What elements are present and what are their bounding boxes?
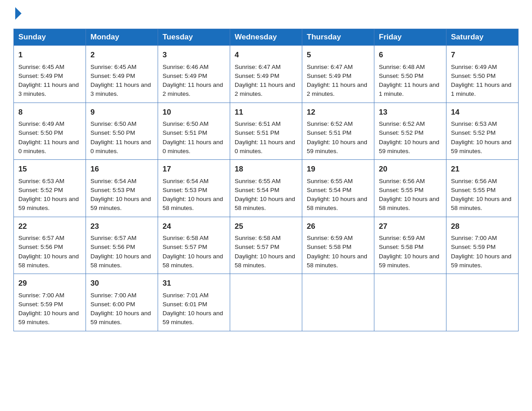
calendar-cell: 31Sunrise: 7:01 AMSunset: 6:01 PMDayligh… bbox=[158, 274, 230, 331]
sunset-text: Sunset: 5:52 PM bbox=[18, 187, 63, 193]
day-number: 21 bbox=[451, 163, 514, 175]
sunrise-text: Sunrise: 6:59 AM bbox=[307, 235, 353, 241]
sunset-text: Sunset: 5:51 PM bbox=[235, 129, 279, 136]
sunset-text: Sunset: 5:50 PM bbox=[18, 129, 63, 136]
daylight-text: Daylight: 11 hours and 0 minutes. bbox=[18, 139, 79, 154]
day-number: 30 bbox=[90, 278, 153, 289]
daylight-text: Daylight: 11 hours and 3 minutes. bbox=[18, 81, 79, 97]
sunrise-text: Sunrise: 6:59 AM bbox=[379, 235, 425, 241]
calendar-cell: 2Sunrise: 6:45 AMSunset: 5:49 PMDaylight… bbox=[86, 46, 158, 103]
calendar-cell: 1Sunrise: 6:45 AMSunset: 5:49 PMDaylight… bbox=[14, 46, 86, 103]
sunset-text: Sunset: 5:50 PM bbox=[451, 73, 496, 79]
sunrise-text: Sunrise: 6:56 AM bbox=[451, 178, 497, 184]
calendar-week-1: 1Sunrise: 6:45 AMSunset: 5:49 PMDaylight… bbox=[14, 46, 519, 103]
sunset-text: Sunset: 5:56 PM bbox=[18, 244, 63, 250]
daylight-text: Daylight: 11 hours and 2 minutes. bbox=[307, 81, 367, 97]
sunset-text: Sunset: 5:55 PM bbox=[451, 187, 496, 193]
calendar-cell: 3Sunrise: 6:46 AMSunset: 5:49 PMDaylight… bbox=[158, 46, 230, 103]
sunset-text: Sunset: 5:49 PM bbox=[18, 73, 63, 79]
day-number: 25 bbox=[235, 221, 297, 232]
calendar-header-row: SundayMondayTuesdayWednesdayThursdayFrid… bbox=[14, 29, 519, 46]
sunrise-text: Sunrise: 6:47 AM bbox=[235, 64, 281, 70]
calendar-table: SundayMondayTuesdayWednesdayThursdayFrid… bbox=[13, 29, 519, 331]
sunset-text: Sunset: 5:59 PM bbox=[18, 301, 63, 308]
sunrise-text: Sunrise: 6:45 AM bbox=[90, 64, 137, 70]
day-number: 19 bbox=[307, 163, 369, 175]
calendar-cell: 23Sunrise: 6:57 AMSunset: 5:56 PMDayligh… bbox=[86, 217, 158, 274]
day-number: 15 bbox=[18, 163, 81, 175]
sunrise-text: Sunrise: 6:53 AM bbox=[18, 178, 64, 184]
daylight-text: Daylight: 10 hours and 58 minutes. bbox=[307, 196, 367, 211]
calendar-cell: 13Sunrise: 6:52 AMSunset: 5:52 PMDayligh… bbox=[374, 103, 446, 160]
calendar-cell: 28Sunrise: 7:00 AMSunset: 5:59 PMDayligh… bbox=[446, 217, 519, 274]
calendar-cell bbox=[230, 274, 302, 331]
day-header-sunday: Sunday bbox=[14, 29, 86, 46]
daylight-text: Daylight: 10 hours and 59 minutes. bbox=[18, 310, 79, 325]
sunrise-text: Sunrise: 6:47 AM bbox=[307, 64, 353, 70]
day-number: 6 bbox=[379, 49, 442, 61]
logo-arrow-icon bbox=[15, 7, 21, 20]
calendar-week-4: 22Sunrise: 6:57 AMSunset: 5:56 PMDayligh… bbox=[14, 217, 519, 274]
sunrise-text: Sunrise: 6:50 AM bbox=[163, 120, 209, 127]
sunrise-text: Sunrise: 6:54 AM bbox=[90, 178, 137, 184]
sunrise-text: Sunrise: 6:50 AM bbox=[90, 120, 137, 127]
daylight-text: Daylight: 10 hours and 59 minutes. bbox=[307, 139, 367, 154]
sunset-text: Sunset: 5:56 PM bbox=[90, 244, 135, 250]
day-number: 11 bbox=[235, 107, 297, 118]
day-number: 16 bbox=[90, 163, 153, 175]
sunset-text: Sunset: 5:57 PM bbox=[163, 244, 207, 250]
sunset-text: Sunset: 5:58 PM bbox=[379, 244, 424, 250]
calendar-cell: 12Sunrise: 6:52 AMSunset: 5:51 PMDayligh… bbox=[302, 103, 374, 160]
calendar-cell: 30Sunrise: 7:00 AMSunset: 6:00 PMDayligh… bbox=[86, 274, 158, 331]
calendar-cell: 15Sunrise: 6:53 AMSunset: 5:52 PMDayligh… bbox=[14, 160, 86, 217]
sunrise-text: Sunrise: 7:00 AM bbox=[90, 292, 137, 299]
sunrise-text: Sunrise: 6:54 AM bbox=[163, 178, 209, 184]
daylight-text: Daylight: 10 hours and 59 minutes. bbox=[379, 139, 439, 154]
logo bbox=[13, 9, 21, 20]
sunrise-text: Sunrise: 6:49 AM bbox=[18, 120, 64, 127]
day-number: 28 bbox=[451, 221, 514, 232]
day-number: 26 bbox=[307, 221, 369, 232]
calendar-cell: 27Sunrise: 6:59 AMSunset: 5:58 PMDayligh… bbox=[374, 217, 446, 274]
sunrise-text: Sunrise: 7:00 AM bbox=[18, 292, 64, 299]
sunset-text: Sunset: 5:49 PM bbox=[163, 73, 207, 79]
day-number: 14 bbox=[451, 107, 514, 118]
day-number: 22 bbox=[18, 221, 81, 232]
day-number: 10 bbox=[163, 107, 225, 118]
daylight-text: Daylight: 11 hours and 2 minutes. bbox=[163, 81, 223, 97]
sunset-text: Sunset: 6:00 PM bbox=[90, 301, 135, 308]
daylight-text: Daylight: 10 hours and 59 minutes. bbox=[379, 253, 439, 269]
sunrise-text: Sunrise: 6:45 AM bbox=[18, 64, 64, 70]
day-header-monday: Monday bbox=[86, 29, 158, 46]
sunset-text: Sunset: 5:59 PM bbox=[451, 244, 496, 250]
sunset-text: Sunset: 6:01 PM bbox=[163, 301, 207, 308]
daylight-text: Daylight: 10 hours and 58 minutes. bbox=[163, 196, 223, 211]
sunset-text: Sunset: 5:54 PM bbox=[235, 187, 279, 193]
daylight-text: Daylight: 11 hours and 3 minutes. bbox=[90, 81, 151, 97]
day-header-wednesday: Wednesday bbox=[230, 29, 302, 46]
day-header-saturday: Saturday bbox=[446, 29, 519, 46]
day-number: 17 bbox=[163, 163, 225, 175]
sunrise-text: Sunrise: 6:55 AM bbox=[235, 178, 281, 184]
sunrise-text: Sunrise: 6:52 AM bbox=[379, 120, 425, 127]
sunrise-text: Sunrise: 6:53 AM bbox=[451, 120, 497, 127]
daylight-text: Daylight: 11 hours and 2 minutes. bbox=[235, 81, 295, 97]
daylight-text: Daylight: 10 hours and 58 minutes. bbox=[18, 253, 79, 269]
daylight-text: Daylight: 10 hours and 59 minutes. bbox=[451, 139, 511, 154]
sunset-text: Sunset: 5:55 PM bbox=[379, 187, 424, 193]
calendar-cell: 7Sunrise: 6:49 AMSunset: 5:50 PMDaylight… bbox=[446, 46, 519, 103]
sunrise-text: Sunrise: 6:48 AM bbox=[379, 64, 425, 70]
calendar-week-2: 8Sunrise: 6:49 AMSunset: 5:50 PMDaylight… bbox=[14, 103, 519, 160]
calendar-cell: 19Sunrise: 6:55 AMSunset: 5:54 PMDayligh… bbox=[302, 160, 374, 217]
sunrise-text: Sunrise: 6:51 AM bbox=[235, 120, 281, 127]
calendar-cell: 10Sunrise: 6:50 AMSunset: 5:51 PMDayligh… bbox=[158, 103, 230, 160]
sunset-text: Sunset: 5:52 PM bbox=[379, 129, 424, 136]
sunset-text: Sunset: 5:53 PM bbox=[90, 187, 135, 193]
day-header-friday: Friday bbox=[374, 29, 446, 46]
calendar-cell: 25Sunrise: 6:58 AMSunset: 5:57 PMDayligh… bbox=[230, 217, 302, 274]
daylight-text: Daylight: 11 hours and 0 minutes. bbox=[90, 139, 151, 154]
calendar-cell: 18Sunrise: 6:55 AMSunset: 5:54 PMDayligh… bbox=[230, 160, 302, 217]
sunrise-text: Sunrise: 7:01 AM bbox=[163, 292, 209, 299]
calendar-cell: 24Sunrise: 6:58 AMSunset: 5:57 PMDayligh… bbox=[158, 217, 230, 274]
sunset-text: Sunset: 5:51 PM bbox=[163, 129, 207, 136]
